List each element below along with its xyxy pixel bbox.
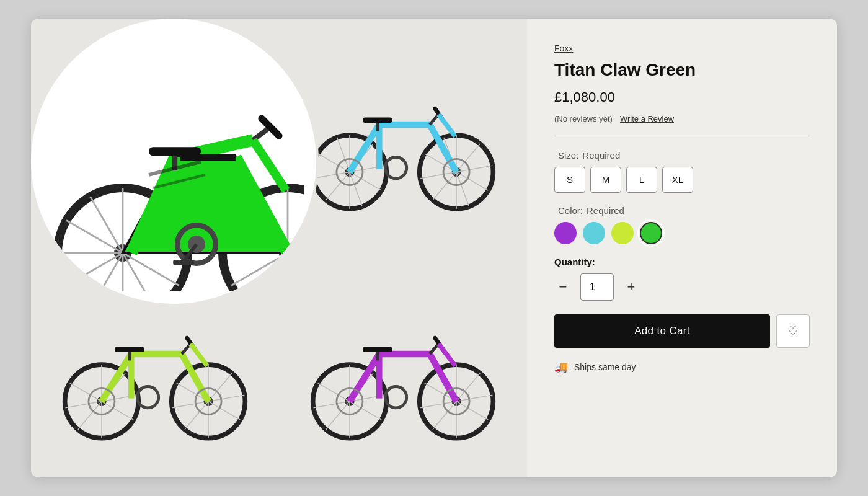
color-swatch-green[interactable] <box>640 222 662 244</box>
svg-rect-30 <box>173 260 194 265</box>
color-option-row: Color:Required <box>554 205 810 244</box>
color-swatches <box>554 222 810 244</box>
color-swatch-purple[interactable] <box>554 222 577 244</box>
add-to-cart-row: Add to Cart ♡ <box>554 314 810 348</box>
size-m-button[interactable]: M <box>590 167 621 193</box>
product-card: Foxx Titan Claw Green £1,080.00 (No revi… <box>31 19 837 477</box>
size-xl-button[interactable]: XL <box>662 167 693 193</box>
svg-rect-53 <box>363 117 392 123</box>
svg-line-107 <box>438 343 455 365</box>
svg-rect-103 <box>363 347 392 352</box>
svg-rect-78 <box>115 347 144 352</box>
svg-rect-23 <box>149 147 201 156</box>
color-required: Required <box>587 205 624 216</box>
reviews-row: (No reviews yet) Write a Review <box>554 114 810 123</box>
size-required: Required <box>582 150 620 161</box>
svg-line-82 <box>190 343 207 365</box>
product-title: Titan Claw Green <box>554 60 810 81</box>
shipping-row: 🚚 Ships same day <box>554 360 810 374</box>
details-section: Foxx Titan Claw Green £1,080.00 (No revi… <box>527 19 837 477</box>
quantity-row: Quantity: − + <box>554 257 810 301</box>
write-review-link[interactable]: Write a Review <box>620 114 674 123</box>
color-swatch-cyan[interactable] <box>583 222 605 244</box>
quantity-controls: − + <box>554 273 810 301</box>
heart-icon: ♡ <box>787 324 799 339</box>
size-s-button[interactable]: S <box>554 167 585 193</box>
image-top-right <box>279 19 527 248</box>
image-bottom-right <box>279 248 527 477</box>
brand-link[interactable]: Foxx <box>554 43 810 53</box>
quantity-decrease-button[interactable]: − <box>554 278 572 296</box>
shipping-text: Ships same day <box>574 362 636 372</box>
size-l-button[interactable]: L <box>626 167 657 193</box>
image-section <box>31 19 527 477</box>
divider <box>554 136 810 136</box>
quantity-increase-button[interactable]: + <box>622 278 640 296</box>
size-option-row: Size:Required S M L XL <box>554 150 810 193</box>
add-to-cart-button[interactable]: Add to Cart <box>554 314 770 348</box>
color-label: Color:Required <box>554 205 810 216</box>
quantity-label: Quantity: <box>554 257 810 267</box>
color-swatch-lime[interactable] <box>611 222 634 244</box>
size-buttons: S M L XL <box>554 167 810 193</box>
product-price: £1,080.00 <box>554 89 810 105</box>
quantity-input[interactable] <box>580 273 614 301</box>
wishlist-button[interactable]: ♡ <box>776 314 810 348</box>
reviews-text: (No reviews yet) <box>554 114 613 123</box>
size-label: Size:Required <box>554 150 810 161</box>
zoom-circle <box>31 19 316 304</box>
truck-icon: 🚚 <box>554 360 568 374</box>
svg-line-57 <box>438 114 455 136</box>
